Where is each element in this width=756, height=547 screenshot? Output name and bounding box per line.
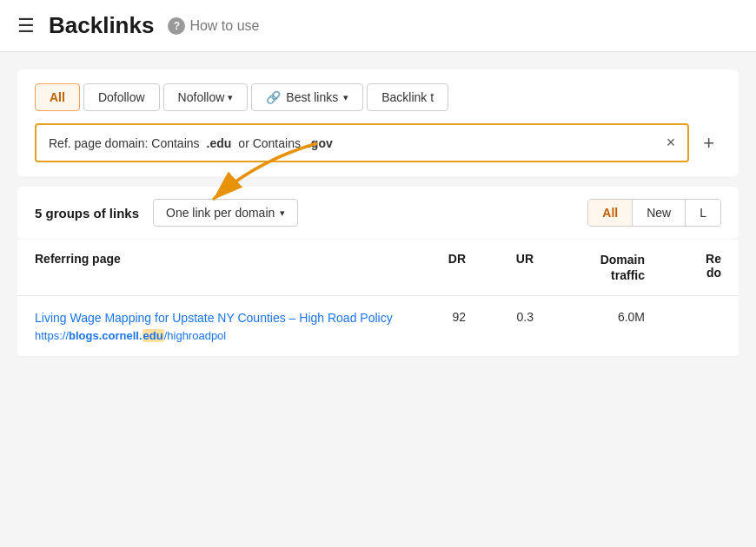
cell-ur: 0.3 <box>473 310 534 324</box>
tab-dofollow[interactable]: Dofollow <box>83 83 160 111</box>
menu-icon[interactable]: ☰ <box>17 16 35 36</box>
url-suffix: /highroadpol <box>164 329 227 342</box>
tab-best-links[interactable]: 🔗 Best links ▾ <box>251 83 363 111</box>
filter-value-2: .gov <box>308 136 333 150</box>
best-links-caret: ▾ <box>343 92 348 103</box>
col-header-ur: UR <box>473 252 534 283</box>
col-header-dr: DR <box>405 252 466 283</box>
how-to-use-button[interactable]: ? How to use <box>168 17 259 35</box>
url-bold: blogs.cornell. <box>69 329 143 342</box>
help-icon: ? <box>168 17 185 35</box>
tab-backlink-type[interactable]: Backlink t <box>367 83 448 111</box>
view-tab-lost[interactable]: L <box>686 200 720 226</box>
tab-nofollow[interactable]: Nofollow ▾ <box>163 83 249 111</box>
active-filter-pill: Ref. page domain: Contains .edu or Conta… <box>35 123 689 162</box>
group-dropdown-caret: ▾ <box>280 208 285 219</box>
page-url: https://blogs.cornell.edu/highroadpol <box>35 329 398 342</box>
url-tld-highlight: edu <box>143 329 164 342</box>
link-icon: 🔗 <box>266 90 281 104</box>
header: ☰ Backlinks ? How to use <box>0 0 756 52</box>
table-container: Referring page DR UR Domaintraffic Redo … <box>17 240 739 357</box>
filter-text-prefix: Ref. page domain: Contains <box>49 136 200 150</box>
col-header-domain-traffic: Domaintraffic <box>540 252 645 283</box>
filter-text-middle: or Contains <box>238 136 301 150</box>
table-header: Referring page DR UR Domaintraffic Redo <box>17 240 739 296</box>
view-tab-all[interactable]: All <box>588 200 633 226</box>
filter-bar: All Dofollow Nofollow ▾ 🔗 Best links ▾ B… <box>17 69 739 176</box>
cell-dr: 92 <box>405 310 466 324</box>
filter-clear-button[interactable]: × <box>666 134 676 152</box>
col-header-referring-page: Referring page <box>35 252 398 283</box>
referring-page-cell: Living Wage Mapping for Upstate NY Count… <box>35 310 398 342</box>
page-title-link[interactable]: Living Wage Mapping for Upstate NY Count… <box>35 310 398 327</box>
page-title: Backlinks <box>49 12 154 39</box>
url-prefix: https:// <box>35 329 69 342</box>
tab-all[interactable]: All <box>35 83 80 111</box>
filter-value-1: .edu <box>207 136 232 150</box>
nofollow-caret: ▾ <box>228 92 233 103</box>
view-tabs: All New L <box>587 199 721 227</box>
col-header-re-do: Redo <box>652 252 721 283</box>
filter-tabs: All Dofollow Nofollow ▾ 🔗 Best links ▾ B… <box>35 83 721 111</box>
main-content: All Dofollow Nofollow ▾ 🔗 Best links ▾ B… <box>0 52 756 357</box>
table-row: Living Wage Mapping for Upstate NY Count… <box>17 296 739 357</box>
add-filter-button[interactable]: + <box>696 129 721 158</box>
results-bar: 5 groups of links One link per domain ▾ … <box>17 187 739 239</box>
results-section: 5 groups of links One link per domain ▾ … <box>17 187 739 239</box>
groups-count-label: 5 groups of links <box>35 206 139 221</box>
cell-domain-traffic: 6.0M <box>540 310 645 324</box>
how-to-use-label: How to use <box>189 18 259 34</box>
view-tab-new[interactable]: New <box>633 200 686 226</box>
group-dropdown[interactable]: One link per domain ▾ <box>153 199 298 227</box>
active-filter-row: Ref. page domain: Contains .edu or Conta… <box>35 123 721 162</box>
